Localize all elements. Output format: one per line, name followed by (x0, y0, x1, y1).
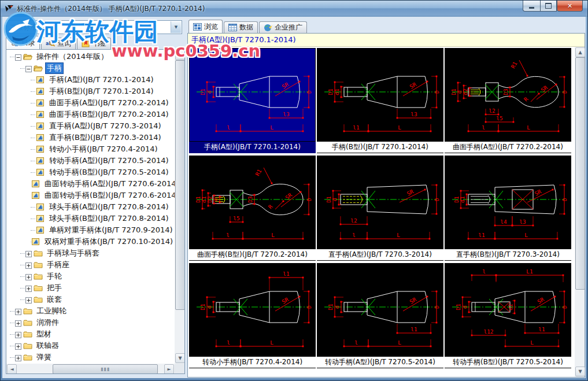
tab-query[interactable]: ab查询 (41, 38, 76, 49)
scroll-up-icon[interactable]: ▲ (175, 50, 185, 60)
svg-text:L: L (524, 232, 528, 238)
part-drawing[interactable]: D1d1DSRl4l3l1L (445, 156, 571, 249)
tree-vertical-scrollbar[interactable]: ▲ ▼ (175, 50, 184, 364)
tab-bookmark[interactable]: 书签 (77, 38, 111, 49)
grid-vscroll-thumb[interactable] (575, 57, 585, 290)
thumbnail-caption[interactable]: 转动小手柄(JB/T 7270.4-2014) (189, 357, 316, 368)
thumbnail-caption[interactable]: 直手柄(B型)(JB/T 7270.3-2014) (445, 249, 571, 261)
tree-item[interactable]: 手柄座 (6, 259, 175, 271)
grid-vertical-scrollbar[interactable]: ▲ ▼ (575, 47, 585, 377)
tree-connector (20, 276, 25, 277)
tree-item[interactable]: 球头手柄(B型)(JB/T 7270.8-2014) (6, 213, 175, 224)
expand-icon[interactable] (15, 320, 21, 326)
tab-promotion[interactable]: 企业推广 (259, 21, 307, 33)
svg-text:D: D (434, 198, 440, 201)
tree-item[interactable]: 曲面转动手柄(A型)(JB/T 7270.6-2014) (6, 178, 175, 190)
tree-item[interactable]: 嵌套 (6, 294, 175, 305)
expand-icon[interactable] (15, 308, 21, 315)
part-drawing[interactable]: D1d1DSRl3l1L (317, 48, 443, 142)
maximize-button[interactable] (540, 1, 557, 12)
scroll-right-icon[interactable]: ► (164, 364, 174, 374)
tree-item[interactable]: 工业脚轮 (6, 305, 175, 317)
part-drawing[interactable]: D1dDSRl1lL (317, 263, 443, 357)
scroll-down-icon[interactable]: ▼ (175, 353, 185, 363)
minimize-button[interactable] (523, 1, 540, 12)
current-item-bar: 手柄(A型)(JB/T 7270.1-2014) (188, 34, 585, 47)
expand-icon[interactable] (25, 273, 32, 280)
thumbnail-caption[interactable]: 转动手柄(A型)(JB/T 7270.5-2014) (317, 357, 443, 368)
scroll-left-icon[interactable]: ◄ (7, 364, 17, 374)
window-title: 标准件-操作件（2014年版） 手柄(A型)(JB/T 7270.1-2014) (17, 4, 205, 14)
library-combobox[interactable]: 二维标准件 ▼ (6, 20, 182, 34)
tab-data[interactable]: 数据 (224, 21, 258, 33)
tree-item[interactable]: 润滑件 (6, 317, 175, 328)
tree-item[interactable]: 球头手柄(A型)(JB/T 7270.8-2014) (6, 201, 175, 213)
tree-item[interactable]: 转动小手柄(JB/T 7270.4-2014) (6, 143, 175, 155)
tree-item[interactable]: 双柄对重手柄体(JB/T 7270.10-2014) (6, 236, 175, 247)
thumbnail-cell[interactable]: D1dDSRl1lL转动小手柄(JB/T 7270.4-2014) (189, 263, 316, 368)
collapse-icon[interactable] (25, 65, 32, 72)
expand-icon[interactable] (15, 354, 21, 361)
part-drawing[interactable]: D1dd2DSRlL1l1l12L (445, 263, 571, 357)
tree-item[interactable]: 转动手柄(B型)(JB/T 7270.5-2014) (6, 167, 175, 178)
combobox-dropdown-arrow-icon[interactable]: ▼ (171, 21, 181, 33)
tree-item[interactable]: 联轴器 (6, 340, 175, 352)
tree-connector (31, 91, 35, 92)
tree-item[interactable]: 直手柄(A型)(JB/T 7270.3-2014) (6, 120, 175, 132)
tree-item[interactable]: 单柄对重手柄体(JB/T 7270.9-2014) (6, 224, 175, 236)
thumbnail-caption[interactable]: 转动手柄(B型)(JB/T 7270.5-2014) (445, 357, 571, 368)
scroll-up-icon[interactable]: ▲ (575, 47, 585, 57)
thumbnail-cell[interactable]: R1D1dd2D3RSRDl2l5lL曲面手柄(A型)(JB/T 7270.2-… (445, 48, 571, 153)
expand-icon[interactable] (15, 343, 21, 349)
scroll-down-icon[interactable]: ▼ (575, 367, 585, 376)
tree-item[interactable]: 手柄(B型)(JB/T 7270.1-2014) (6, 86, 175, 97)
thumbnail-cell[interactable]: D1d1DSRl3l1L手柄(B型)(JB/T 7270.1-2014) (317, 48, 443, 153)
expand-icon[interactable] (25, 250, 32, 257)
expand-icon[interactable] (25, 297, 32, 303)
svg-text:l12: l12 (483, 328, 493, 335)
thumbnail-cell[interactable]: D1d1DSRl4l3l1L直手柄(B型)(JB/T 7270.3-2014) (445, 156, 571, 261)
tree-item[interactable]: 手柄(A型)(JB/T 7270.1-2014) (6, 74, 175, 86)
tree-connector (20, 68, 25, 69)
expand-icon[interactable] (25, 262, 32, 268)
part-drawing[interactable]: D1dDSRl2lL (317, 156, 443, 249)
thumbnail-cell[interactable]: R1D1d1D2eD3RSRDl5lL曲面手柄(B型)(JB/T 7270.2-… (189, 156, 316, 261)
tree-item[interactable]: 曲面转动手柄(B型)(JB/T 7270.6-2014) (6, 190, 175, 201)
tree-item[interactable]: 曲面手柄(A型)(JB/T 7270.2-2014) (6, 97, 175, 109)
part-drawing[interactable]: R1D1d1D2eD3RSRDl5lL (189, 156, 316, 249)
part-drawing[interactable]: R1D1dd2D3RSRDl2l5lL (445, 48, 571, 142)
tree-item[interactable]: 把手 (6, 282, 175, 294)
tree-item-label: 联轴器 (35, 340, 61, 352)
thumbnail-cell[interactable]: D1dd2DSRlL1l1l12L转动手柄(B型)(JB/T 7270.5-20… (445, 263, 571, 368)
close-button[interactable]: ✕ (557, 1, 583, 12)
tab-browse[interactable]: 浏览 (188, 20, 223, 33)
expand-icon[interactable] (25, 285, 32, 291)
part-drawing[interactable]: D1dDSRl1lL (189, 263, 316, 357)
expand-icon[interactable] (15, 331, 21, 338)
tree-horizontal-scrollbar[interactable]: ◄ ► ▮▮▮ (6, 364, 175, 373)
thumbnail-cell[interactable]: D1dDSRl3lL手柄(A型)(JB/T 7270.1-2014) (189, 48, 316, 153)
title-bar[interactable]: 标准件-操作件（2014年版） 手柄(A型)(JB/T 7270.1-2014)… (1, 1, 587, 17)
thumbnail-caption[interactable]: 曲面手柄(A型)(JB/T 7270.2-2014) (445, 142, 571, 153)
thumbnail-cell[interactable]: D1dDSRl1lL转动手柄(A型)(JB/T 7270.5-2014) (317, 263, 443, 368)
part-drawing[interactable]: D1dDSRl3lL (189, 48, 316, 142)
thumbnail-caption[interactable]: 曲面手柄(B型)(JB/T 7270.2-2014) (189, 249, 316, 261)
thumbnail-cell[interactable]: D1dDSRl2lL直手柄(A型)(JB/T 7270.3-2014) (317, 156, 443, 261)
collapse-icon[interactable] (15, 54, 21, 60)
tree-item[interactable]: 弹簧 (6, 352, 175, 363)
tree-vscroll-thumb[interactable] (175, 60, 185, 310)
thumbnail-caption[interactable]: 手柄(B型)(JB/T 7270.1-2014) (317, 142, 443, 153)
svg-text:D1: D1 (455, 304, 461, 310)
tree-item[interactable]: 手柄球与手柄套 (6, 247, 175, 259)
tree-item[interactable]: 曲面手柄(B型)(JB/T 7270.2-2014) (6, 109, 175, 120)
thumbnail-caption[interactable]: 直手柄(A型)(JB/T 7270.3-2014) (317, 249, 443, 261)
tree-item[interactable]: 手轮 (6, 271, 175, 282)
tree-item[interactable]: 操作件（2014年版） (6, 51, 175, 62)
tree-item[interactable]: 手柄 (6, 62, 175, 74)
tab-catalog[interactable]: 目录 (6, 36, 40, 49)
tree-item[interactable]: 转动手柄(A型)(JB/T 7270.5-2014) (6, 155, 175, 167)
tree-hscroll-thumb[interactable]: ▮▮▮ (53, 364, 158, 374)
tree-item[interactable]: 型材 (6, 328, 175, 340)
thumbnail-caption[interactable]: 手柄(A型)(JB/T 7270.1-2014) (189, 142, 316, 153)
tree-item[interactable]: 直手柄(B型)(JB/T 7270.3-2014) (6, 132, 175, 143)
